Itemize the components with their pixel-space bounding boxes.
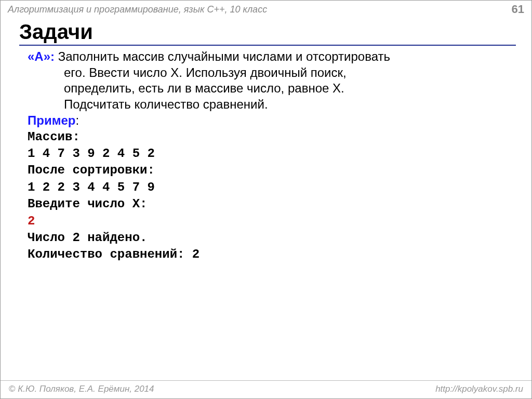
slide: Алгоритмизация и программирование, язык … <box>0 0 532 399</box>
task-line1: Заполнить массив случайными числами и от… <box>55 49 390 63</box>
example-output: Массив: 1 4 7 3 9 2 4 5 2 После сортиров… <box>28 129 516 263</box>
mono-line-5: Введите число X: <box>28 197 147 211</box>
course-title: Алгоритмизация и программирование, язык … <box>8 4 267 15</box>
mono-line-6-input: 2 <box>28 214 35 228</box>
task-line3: определить, есть ли в массиве число, рав… <box>28 81 516 97</box>
slide-title: Задачи <box>19 20 516 44</box>
title-rule <box>19 45 516 46</box>
task-line2: его. Ввести число X. Используя двоичный … <box>28 65 516 81</box>
content: «A»: Заполнить массив случайными числами… <box>1 49 531 263</box>
footer-url: http://kpolyakov.spb.ru <box>435 384 523 394</box>
task-a: «A»: Заполнить массив случайными числами… <box>28 49 516 113</box>
task-line4: Подсчитать количество сравнений. <box>28 97 516 113</box>
example-colon: : <box>75 113 79 127</box>
mono-line-8: Количество сравнений: 2 <box>28 247 200 261</box>
footer-authors: К.Ю. Поляков, Е.А. Ерёмин, 2014 <box>16 384 154 394</box>
footer-copyright: © К.Ю. Поляков, Е.А. Ерёмин, 2014 <box>9 384 154 394</box>
mono-line-3: После сортировки: <box>28 163 155 177</box>
slide-footer: © К.Ю. Поляков, Е.А. Ерёмин, 2014 http:/… <box>1 380 531 398</box>
task-label: «A»: <box>28 49 55 63</box>
title-block: Задачи <box>1 20 531 46</box>
page-number: 61 <box>512 3 524 16</box>
example-heading: Пример: <box>28 113 516 129</box>
example-label: Пример <box>28 113 75 127</box>
mono-line-1: Массив: <box>28 130 80 144</box>
copyright-icon: © <box>9 384 16 394</box>
mono-line-2: 1 4 7 3 9 2 4 5 2 <box>28 147 155 161</box>
slide-header: Алгоритмизация и программирование, язык … <box>1 1 531 17</box>
mono-line-7: Число 2 найдено. <box>28 231 147 245</box>
mono-line-4: 1 2 2 3 4 4 5 7 9 <box>28 180 155 194</box>
